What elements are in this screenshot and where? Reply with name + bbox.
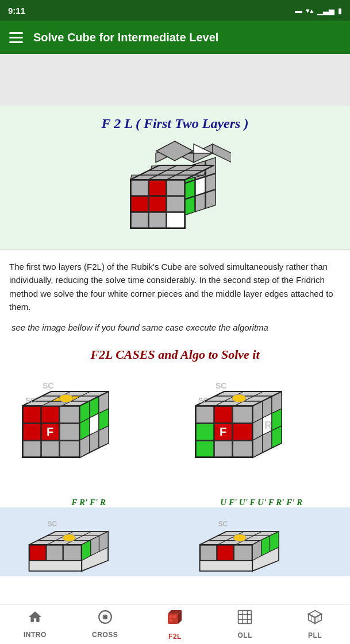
svg-text:R: R	[91, 420, 99, 431]
note-text: see the image bellow if you found same c…	[0, 318, 350, 342]
svg-rect-129	[63, 545, 81, 561]
svg-rect-26	[206, 189, 216, 208]
svg-text:SC: SC	[218, 520, 228, 528]
svg-rect-22	[195, 177, 205, 196]
svg-rect-13	[149, 196, 166, 212]
partial-cube-1: SC	[12, 513, 167, 576]
svg-point-87	[59, 394, 73, 402]
svg-text:SC: SC	[198, 396, 209, 405]
partial-cube-2: SC	[183, 513, 338, 576]
pll-icon	[307, 609, 323, 629]
svg-rect-99	[214, 441, 232, 457]
status-bar: 9:11 ▬ ▾▴ ▁▃▅ ▮	[0, 0, 350, 21]
svg-rect-143	[217, 545, 233, 561]
signal-icon: ▁▃▅	[317, 6, 334, 15]
case-item-1: SC F	[5, 371, 173, 507]
description-text: The first two layers (F2L) of the Rubik'…	[0, 250, 350, 318]
nav-item-intro[interactable]: INTRO	[0, 605, 70, 643]
svg-rect-97	[233, 424, 252, 440]
nav-label-intro: INTRO	[24, 631, 47, 639]
svg-rect-159	[170, 619, 172, 622]
svg-rect-17	[167, 212, 184, 228]
svg-rect-91	[196, 406, 214, 423]
nav-item-f2l[interactable]: F2L	[140, 603, 210, 644]
svg-text:SC: SC	[48, 520, 57, 528]
svg-rect-21	[185, 180, 195, 199]
oll-icon	[237, 609, 253, 629]
nav-item-pll[interactable]: PLL	[280, 604, 350, 644]
home-icon	[28, 610, 43, 629]
cases-grid: SC F	[0, 371, 350, 507]
svg-rect-128	[47, 545, 63, 561]
svg-rect-67	[41, 441, 59, 457]
svg-text:R: R	[264, 420, 272, 431]
svg-text:SC: SC	[43, 381, 53, 390]
svg-rect-10	[149, 180, 166, 196]
case-2-algo: U F' U' F U' F R' F' R	[220, 498, 302, 507]
main-content: F 2 L ( First Two Layers )	[0, 106, 350, 626]
cross-icon	[98, 610, 113, 629]
svg-rect-24	[185, 196, 195, 215]
svg-rect-14	[167, 196, 184, 212]
nav-label-f2l: F2L	[168, 633, 182, 641]
svg-rect-61	[60, 406, 79, 423]
f2l-title: F 2 L ( First Two Layers )	[9, 116, 341, 131]
svg-rect-144	[234, 545, 252, 561]
bottom-navigation: INTRO CROSS F	[0, 604, 350, 644]
f2l-icon	[166, 608, 184, 630]
nav-item-cross[interactable]: CROSS	[70, 605, 140, 643]
svg-rect-93	[233, 406, 252, 423]
battery-icon: ▮	[338, 6, 342, 15]
nav-label-pll: PLL	[308, 631, 322, 639]
svg-rect-161	[239, 611, 252, 624]
toolbar: Solve Cube for Intermediate Level	[0, 21, 350, 54]
cases-title: F2L CASES and Algo to Solve it	[0, 342, 350, 371]
svg-rect-59	[23, 406, 41, 423]
svg-text:SC: SC	[216, 381, 226, 390]
svg-marker-166	[309, 611, 322, 618]
svg-rect-94	[196, 424, 214, 440]
svg-rect-12	[131, 196, 148, 212]
svg-rect-68	[60, 441, 79, 457]
svg-rect-142	[200, 545, 216, 561]
nav-label-oll: OLL	[238, 631, 253, 639]
svg-rect-60	[41, 406, 59, 423]
case-1-algo: F R' F' R	[72, 498, 106, 507]
svg-point-140	[233, 534, 246, 542]
svg-rect-9	[131, 180, 148, 196]
svg-text:F: F	[220, 425, 226, 438]
wifi-icon: ▾▴	[306, 6, 314, 15]
case-1-cube: SC F	[11, 371, 166, 492]
case-item-2: SC F	[178, 371, 346, 507]
f2l-header: F 2 L ( First Two Layers )	[0, 106, 350, 250]
svg-rect-65	[60, 424, 79, 440]
nav-item-oll[interactable]: OLL	[210, 604, 280, 644]
sim-icon: ▬	[295, 6, 302, 15]
nav-label-cross: CROSS	[92, 631, 118, 639]
bottom-partial-section: SC SC	[0, 507, 350, 576]
banner-area	[0, 54, 350, 106]
svg-rect-154	[168, 614, 178, 624]
hamburger-menu[interactable]	[9, 32, 23, 43]
svg-rect-127	[30, 545, 46, 561]
svg-rect-62	[23, 424, 41, 440]
svg-rect-25	[195, 193, 205, 212]
svg-rect-100	[233, 441, 252, 457]
svg-rect-16	[149, 212, 166, 228]
status-icons: ▬ ▾▴ ▁▃▅ ▮	[295, 6, 342, 15]
svg-rect-23	[206, 173, 216, 192]
status-time: 9:11	[8, 6, 25, 15]
svg-rect-15	[131, 212, 148, 228]
toolbar-title: Solve Cube for Intermediate Level	[33, 31, 218, 44]
svg-point-117	[232, 394, 246, 402]
svg-rect-98	[196, 441, 214, 457]
svg-rect-157	[170, 615, 172, 618]
svg-rect-11	[167, 180, 184, 196]
main-cube-image	[119, 138, 231, 239]
svg-text:SC: SC	[25, 396, 36, 405]
svg-rect-160	[173, 619, 176, 622]
svg-point-125	[63, 534, 76, 542]
svg-text:F: F	[47, 425, 53, 438]
svg-rect-158	[173, 615, 176, 618]
svg-rect-66	[23, 441, 41, 457]
